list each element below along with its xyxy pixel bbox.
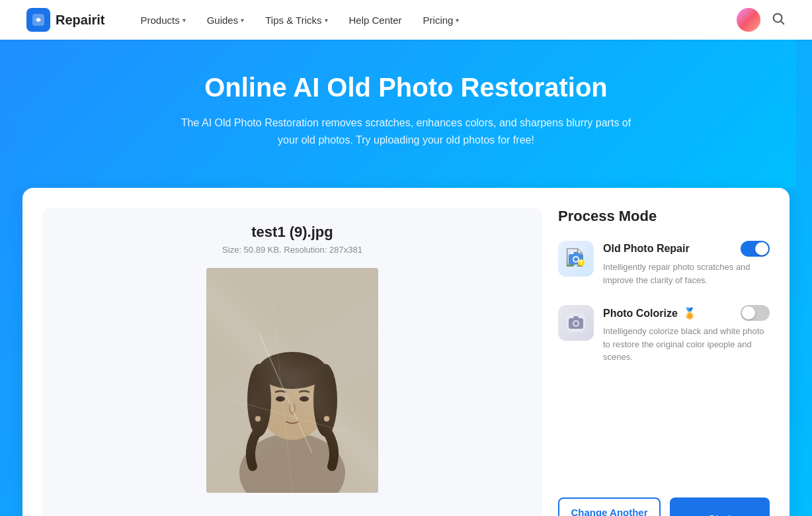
start-button[interactable]: Start xyxy=(670,497,770,516)
nav-items: Products ▾ Guides ▾ Tips & Tricks ▾ Help… xyxy=(131,9,737,31)
nav-guides[interactable]: Guides ▾ xyxy=(198,9,254,31)
svg-rect-4 xyxy=(206,268,378,493)
process-mode-title: Process Mode xyxy=(558,208,770,225)
mode-item-colorize: Photo Colorize 🏅 Intelligendy colorize b… xyxy=(558,305,770,364)
svg-rect-23 xyxy=(573,252,579,255)
svg-point-28 xyxy=(574,322,578,325)
hero-title: Online AI Old Photo Restoration xyxy=(29,73,783,103)
mode-colorize-content: Photo Colorize 🏅 Intelligendy colorize b… xyxy=(603,305,770,364)
logo-link[interactable]: Repairit xyxy=(26,8,104,32)
mode-colorize-name: Photo Colorize 🏅 xyxy=(603,307,696,320)
avatar[interactable] xyxy=(737,8,760,32)
svg-line-13 xyxy=(259,334,312,453)
nav-products[interactable]: Products ▾ xyxy=(131,9,194,31)
chevron-down-icon: ▾ xyxy=(241,17,244,24)
nav-pricing[interactable]: Pricing ▾ xyxy=(414,9,469,31)
pro-badge-icon: 🏅 xyxy=(683,308,696,319)
toggle-knob xyxy=(755,242,768,255)
chevron-down-icon: ▾ xyxy=(325,17,328,24)
hero-subtitle: The AI Old Photo Restoration removes scr… xyxy=(175,114,637,148)
svg-point-10 xyxy=(313,364,337,437)
svg-line-14 xyxy=(233,400,352,433)
right-panel: Process Mode xyxy=(558,208,770,516)
svg-line-15 xyxy=(272,301,292,493)
svg-point-22 xyxy=(574,257,578,261)
nav-help-center[interactable]: Help Center xyxy=(340,9,411,31)
chevron-down-icon: ▾ xyxy=(456,17,459,24)
svg-rect-3 xyxy=(206,268,378,493)
svg-point-8 xyxy=(258,352,327,389)
change-another-photo-button[interactable]: Change Another Photo xyxy=(558,497,661,516)
svg-point-17 xyxy=(255,416,261,421)
photo-preview xyxy=(206,268,378,493)
navbar: Repairit Products ▾ Guides ▾ Tips & Tric… xyxy=(0,0,812,40)
logo-text: Repairit xyxy=(56,13,104,28)
svg-rect-29 xyxy=(573,316,579,319)
photo-colorize-toggle[interactable] xyxy=(741,305,770,321)
logo-icon xyxy=(26,8,50,32)
old-photo-repair-icon xyxy=(558,241,594,277)
card-wrapper: Online AI Old Photo Restoration The AI O… xyxy=(0,40,812,516)
photo-colorize-icon xyxy=(558,305,594,341)
mode-item-repair: Old Photo Repair Intelligently repair ph… xyxy=(558,241,770,286)
svg-point-12 xyxy=(300,396,309,402)
svg-rect-6 xyxy=(284,413,300,437)
mode-colorize-header: Photo Colorize 🏅 xyxy=(603,305,770,321)
svg-point-7 xyxy=(258,361,327,440)
mode-repair-header: Old Photo Repair xyxy=(603,241,770,257)
mode-colorize-desc: Intelligendy colorize black and white ph… xyxy=(603,325,770,364)
svg-point-18 xyxy=(324,416,329,421)
svg-point-9 xyxy=(247,364,271,437)
nav-tips-tricks[interactable]: Tips & Tricks ▾ xyxy=(256,9,337,31)
svg-rect-16 xyxy=(206,268,378,493)
svg-point-11 xyxy=(276,396,285,402)
toggle-knob xyxy=(742,306,755,320)
old-photo-repair-toggle[interactable] xyxy=(741,241,770,257)
chevron-down-icon: ▾ xyxy=(183,17,186,24)
file-meta: Size: 50.89 KB. Resolution: 287x381 xyxy=(222,245,362,255)
mode-repair-name: Old Photo Repair xyxy=(603,243,690,255)
nav-right xyxy=(737,8,786,32)
search-icon[interactable] xyxy=(771,11,786,29)
mode-repair-content: Old Photo Repair Intelligently repair ph… xyxy=(603,241,770,286)
mode-repair-desc: Intelligently repair photo scratches and… xyxy=(603,261,770,286)
left-panel: test1 (9).jpg Size: 50.89 KB. Resolution… xyxy=(42,208,542,516)
svg-line-2 xyxy=(781,21,784,24)
svg-point-5 xyxy=(239,433,345,493)
hero-section: Online AI Old Photo Restoration The AI O… xyxy=(16,40,796,188)
button-row: Change Another Photo Start xyxy=(558,484,770,516)
photo-placeholder xyxy=(206,268,378,493)
file-name: test1 (9).jpg xyxy=(251,224,333,241)
main-card: test1 (9).jpg Size: 50.89 KB. Resolution… xyxy=(22,188,790,516)
